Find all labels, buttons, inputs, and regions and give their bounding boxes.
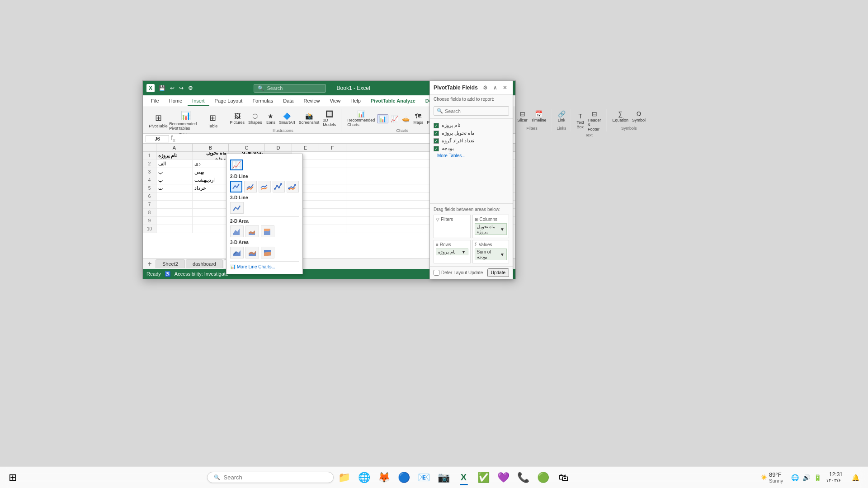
cell-a2[interactable]: الف	[156, 160, 193, 168]
maps-button[interactable]: 🗺 Maps	[412, 112, 425, 125]
field-checkbox-budget[interactable]: ✓	[434, 146, 439, 151]
save-icon[interactable]: 💾	[157, 84, 167, 92]
3d-models-button[interactable]: 🔲 3D Models	[321, 110, 337, 127]
table-button[interactable]: ⊞ Table	[206, 112, 220, 129]
title-search-input[interactable]	[267, 85, 312, 91]
col-header-e[interactable]: E	[292, 144, 319, 151]
smartart-button[interactable]: 🔷 SmartArt	[278, 112, 297, 125]
cell-reference-box[interactable]: J6	[146, 135, 169, 142]
slicer-button[interactable]: ⊟ Slicer	[516, 110, 529, 123]
area-3d-stacked[interactable]	[245, 247, 259, 258]
pivot-search-input[interactable]	[445, 108, 506, 114]
defer-update-button[interactable]: Update	[487, 268, 509, 277]
taskbar-app-teams[interactable]: 💜	[495, 469, 513, 487]
sheet-tab-sheet2[interactable]: Sheet2	[156, 259, 185, 268]
icons-button[interactable]: ★ Icons	[264, 112, 277, 125]
cell-f6[interactable]	[319, 192, 346, 200]
taskbar-app-chrome[interactable]: 🌐	[355, 469, 373, 487]
cell-a3[interactable]: ب	[156, 168, 193, 176]
col-header-b[interactable]: B	[193, 144, 229, 151]
recommended-charts-button[interactable]: 📊 Recommended Charts	[346, 110, 376, 127]
tab-page-layout[interactable]: Page Layout	[210, 96, 247, 106]
accessibility-text[interactable]: Accessibility: Investigate	[175, 271, 228, 277]
taskbar-app-edge[interactable]: 🔵	[395, 469, 413, 487]
taskbar-app-store[interactable]: 🛍	[554, 469, 572, 487]
pie-chart-button[interactable]: 🥧	[401, 115, 411, 123]
cell-b1[interactable]: ماه تحویل پروژه	[193, 152, 229, 160]
tab-file[interactable]: File	[146, 96, 164, 106]
text-box-button[interactable]: T Text Box	[576, 112, 586, 130]
field-checkbox-month[interactable]: ✓	[434, 131, 439, 136]
col-header-a[interactable]: A	[156, 144, 193, 151]
cell-b3[interactable]: بهمن	[193, 168, 229, 176]
line-chart-button[interactable]: 📈	[389, 115, 400, 123]
cell-b2[interactable]: دی	[193, 160, 229, 168]
taskbar-search-input[interactable]	[224, 474, 314, 481]
more-tables-link[interactable]: More Tables...	[434, 152, 509, 159]
tab-help[interactable]: Help	[346, 96, 365, 106]
add-sheet-button[interactable]: +	[145, 260, 155, 268]
columns-zone-item[interactable]: ماه تحویل پروژه ▼	[475, 223, 507, 235]
line-chart-100[interactable]	[259, 181, 271, 192]
header-footer-button[interactable]: ⊟ Header & Footer	[586, 110, 603, 132]
field-checkbox-name[interactable]: ✓	[434, 123, 439, 128]
taskbar-app-firefox[interactable]: 🦊	[375, 469, 393, 487]
link-button[interactable]: 🔗 Link	[557, 110, 567, 123]
cell-a6[interactable]	[156, 192, 193, 200]
area-100[interactable]	[261, 225, 274, 237]
cell-a1[interactable]: نام پروژه	[156, 152, 193, 160]
cell-b6[interactable]	[193, 192, 229, 200]
taskbar-app-excel[interactable]: X	[455, 469, 473, 487]
pivot-collapse-button[interactable]: ∧	[491, 84, 499, 92]
weather-widget[interactable]: ☀️ 89°F Sunny	[757, 469, 787, 485]
columns-item-arrow[interactable]: ▼	[500, 227, 505, 232]
taskbar-app-phone[interactable]: 📞	[514, 469, 533, 487]
sheet-tab-dashboard[interactable]: dashboard	[186, 259, 223, 268]
pictures-button[interactable]: 🖼 Pictures	[229, 112, 246, 125]
rows-item-arrow[interactable]: ▼	[462, 249, 466, 254]
col-header-d[interactable]: D	[265, 144, 292, 151]
area-basic[interactable]	[230, 225, 244, 237]
pivot-table-button[interactable]: ⊞ PivotTable	[150, 112, 166, 129]
time-display[interactable]: 12:31 ۱۴۰۳/۶-	[826, 471, 843, 483]
cell-f4[interactable]	[319, 176, 346, 184]
tab-view[interactable]: View	[326, 96, 345, 106]
pivot-field-budget[interactable]: ✓ بودجه	[434, 145, 509, 152]
taskbar-app-todo[interactable]: ✅	[475, 469, 493, 487]
taskbar-app-files[interactable]: 📁	[335, 469, 354, 487]
screenshot-button[interactable]: 📸 Screenshot	[297, 112, 321, 125]
equation-button[interactable]: ∑ Equation	[611, 110, 630, 123]
line-chart-basic[interactable]	[230, 181, 242, 192]
values-zone-item[interactable]: Sum of بودجه ▼	[475, 249, 507, 260]
cell-f3[interactable]	[319, 168, 346, 176]
column-chart-button[interactable]: 📊	[377, 114, 388, 123]
pivot-field-count[interactable]: ✓ تعداد افراد گروه	[434, 137, 509, 145]
recommended-pivottables-button[interactable]: 📊 Recommended PivotTables	[167, 110, 204, 131]
taskbar-app-spotify[interactable]: 🟢	[534, 469, 552, 487]
taskbar-app-mail[interactable]: 📧	[415, 469, 433, 487]
undo-icon[interactable]: ↩	[169, 84, 176, 92]
pivot-field-name[interactable]: ✓ نام پروژه	[434, 122, 509, 129]
line-chart-stacked[interactable]	[244, 181, 256, 192]
cell-f1[interactable]	[319, 152, 346, 160]
network-icon[interactable]: 🌐	[790, 473, 800, 482]
volume-icon[interactable]: 🔊	[802, 473, 811, 482]
tab-pivottable-analyze[interactable]: PivotTable Analyze	[366, 96, 420, 106]
cell-b4[interactable]: اردیبهشت	[193, 176, 229, 184]
more-line-charts-link[interactable]: 📊 More Line Charts...	[230, 263, 299, 270]
taskbar-app-photos[interactable]: 📷	[435, 469, 453, 487]
title-search-box[interactable]: 🔍	[254, 84, 326, 93]
tab-home[interactable]: Home	[165, 96, 187, 106]
cell-f2[interactable]	[319, 160, 346, 168]
start-button[interactable]: ⊞	[4, 469, 22, 487]
redo-icon[interactable]: ↪	[178, 84, 185, 92]
line-markers-stacked[interactable]	[287, 181, 299, 192]
cell-b5[interactable]: خرداد	[193, 184, 229, 192]
area-3d-100[interactable]	[261, 247, 274, 258]
line-markers-chart[interactable]	[273, 181, 285, 192]
symbol-button[interactable]: Ω Symbol	[631, 110, 647, 123]
line-3d-chart[interactable]	[230, 202, 244, 214]
area-3d-basic[interactable]	[230, 247, 244, 258]
cell-a5[interactable]: ت	[156, 184, 193, 192]
quick-access-more[interactable]: ⚙	[187, 84, 194, 92]
